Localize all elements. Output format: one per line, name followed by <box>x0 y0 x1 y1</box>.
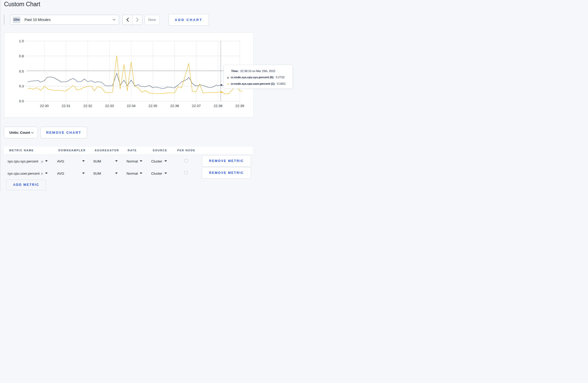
svg-text:22:37: 22:37 <box>192 104 201 108</box>
svg-text:22:30: 22:30 <box>40 104 49 108</box>
svg-text:22:33: 22:33 <box>105 104 114 108</box>
svg-text:22:31: 22:31 <box>62 104 71 108</box>
svg-text:0.5: 0.5 <box>19 69 24 73</box>
svg-text:1.0: 1.0 <box>19 39 24 43</box>
svg-text:0.8: 0.8 <box>19 54 24 58</box>
svg-text:0.0: 0.0 <box>19 99 24 103</box>
svg-text:22:38: 22:38 <box>214 104 222 108</box>
svg-text:22:39: 22:39 <box>235 104 244 108</box>
svg-text:22:36: 22:36 <box>170 104 179 108</box>
svg-text:22:34: 22:34 <box>127 104 136 108</box>
svg-text:0.3: 0.3 <box>19 84 24 88</box>
svg-text:22:32: 22:32 <box>83 104 92 108</box>
svg-text:22:35: 22:35 <box>149 104 157 108</box>
